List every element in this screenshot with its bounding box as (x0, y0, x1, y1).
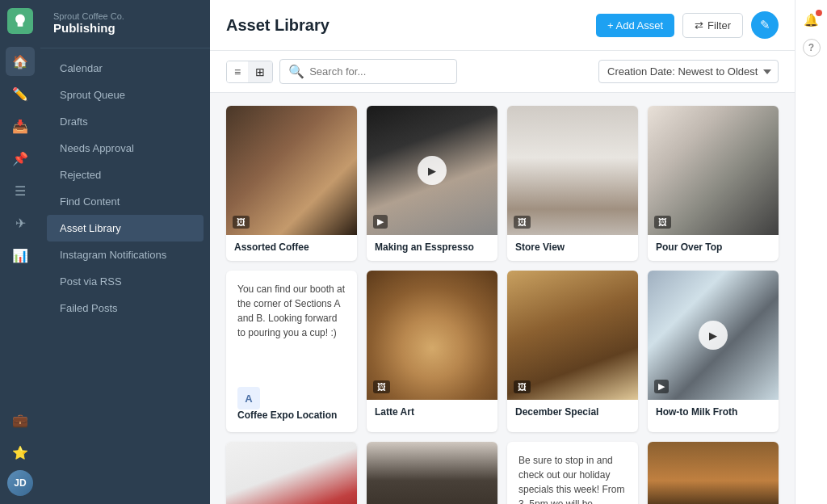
nav-icon-briefcase[interactable]: 💼 (6, 405, 35, 435)
search-icon: 🔍 (288, 64, 304, 79)
asset-type-badge: 🖼 (514, 380, 531, 393)
asset-title: Coffee Expo Location (237, 410, 346, 421)
asset-thumbnail: ▶ ▶ (367, 106, 497, 235)
asset-card-december-special[interactable]: 🖼 December Special (507, 271, 638, 432)
company-name: Sprout Coffee Co. (53, 11, 197, 21)
asset-card-coffee-expo-location[interactable]: You can find our booth at the corner of … (226, 271, 357, 432)
asset-title: Making an Esspresso (375, 242, 489, 253)
image-icon: 🖼 (237, 217, 246, 227)
nav-icon-tasks[interactable]: 📌 (6, 144, 35, 173)
header-actions: + Add Asset ⇄ Filter ✎ (596, 11, 779, 39)
page-title: Asset Library (226, 16, 330, 35)
notifications-button[interactable]: 🔔 (800, 8, 824, 32)
sidebar-item-needs-approval[interactable]: Needs Approval (47, 135, 204, 162)
sidebar-item-sprout-queue[interactable]: Sprout Queue (47, 82, 204, 108)
asset-title: Store View (515, 242, 630, 253)
sidebar-item-post-via-rss[interactable]: Post via RSS (47, 268, 204, 295)
main-header: Asset Library + Add Asset ⇄ Filter ✎ (210, 0, 795, 51)
nav-icon-send[interactable]: ✈ (6, 208, 35, 237)
asset-type-badge: 🖼 (373, 380, 390, 393)
image-icon: 🖼 (377, 382, 386, 392)
asset-thumbnail: 🖼 (226, 442, 357, 504)
video-icon: ▶ (658, 381, 665, 392)
product-name: Publishing (53, 21, 197, 35)
asset-thumbnail: ▶ ▶ (648, 271, 779, 400)
content-area: 🖼 Assorted Coffee ▶ ▶ Making an Esspress… (210, 93, 795, 504)
sidebar-item-calendar[interactable]: Calendar (47, 55, 204, 82)
asset-card-body: Assorted Coffee (226, 235, 357, 261)
sidebar-item-failed-posts[interactable]: Failed Posts (47, 295, 204, 321)
asset-card-body: Store View (507, 235, 638, 261)
sidebar-item-rejected[interactable]: Rejected (47, 162, 204, 188)
app-logo[interactable] (7, 8, 33, 34)
search-bar: 🔍 (279, 59, 457, 84)
asset-card-store-view[interactable]: 🖼 Store View (507, 106, 638, 261)
icon-sidebar: 🏠 ✏️ 📥 📌 ☰ ✈ 📊 💼 ⭐ JD (0, 0, 40, 504)
asset-thumbnail: 🖼 (507, 106, 638, 235)
asset-type-badge: ▶ (373, 215, 388, 229)
asset-type-badge: 🖼 (514, 216, 531, 229)
asset-card-pour-over-top[interactable]: 🖼 Pour Over Top (648, 106, 779, 261)
asset-card-iced-coffee[interactable]: 🖼 (648, 442, 779, 504)
asset-type-badge: ▶ (654, 380, 669, 393)
nav-items: CalendarSprout QueueDraftsNeeds Approval… (40, 48, 210, 504)
asset-title: Latte Art (375, 406, 489, 418)
sort-dropdown[interactable]: Creation Date: Newest to Oldest (598, 60, 779, 83)
asset-card-interior[interactable]: 🖼 (367, 442, 497, 504)
sidebar-item-find-content[interactable]: Find Content (47, 188, 204, 215)
nav-icon-analytics[interactable]: 📊 (6, 241, 35, 270)
asset-card-how-to-milk-froth[interactable]: ▶ ▶ How-to Milk Froth (648, 271, 779, 432)
asset-type-badge: 🖼 (654, 216, 671, 229)
nav-icon-compose[interactable]: ✏️ (6, 79, 35, 108)
asset-grid: 🖼 Assorted Coffee ▶ ▶ Making an Esspress… (226, 106, 779, 504)
sidebar-item-asset-library[interactable]: Asset Library (47, 215, 204, 242)
filter-icon: ⇄ (695, 19, 703, 32)
play-button[interactable]: ▶ (418, 156, 447, 185)
asset-card-body: Pour Over Top (648, 235, 779, 261)
asset-text-content: Be sure to stop in and check out our hol… (518, 453, 627, 504)
edit-button[interactable]: ✎ (751, 11, 779, 39)
asset-thumbnail: 🖼 (648, 442, 779, 504)
sidebar-item-drafts[interactable]: Drafts (47, 108, 204, 135)
search-input[interactable] (309, 65, 448, 78)
add-asset-button[interactable]: + Add Asset (596, 14, 674, 37)
asset-card-assorted-coffee[interactable]: 🖼 Assorted Coffee (226, 106, 357, 261)
filter-label: Filter (707, 19, 731, 32)
asset-card-making-espresso[interactable]: ▶ ▶ Making an Esspresso (367, 106, 497, 261)
nav-icon-star[interactable]: ⭐ (6, 438, 35, 467)
asset-card-body: Latte Art (367, 400, 497, 426)
right-icons-panel: 🔔 ? (795, 0, 827, 504)
list-view-button[interactable]: ≡ (227, 61, 248, 82)
toolbar-left: ≡ ⊞ 🔍 (226, 59, 457, 84)
image-icon: 🖼 (518, 382, 527, 392)
asset-card-body: Making an Esspresso (367, 235, 497, 261)
asset-thumbnail: 🖼 (507, 271, 638, 400)
asset-text-content: You can find our booth at the corner of … (237, 282, 346, 380)
asset-type-badge: 🖼 (233, 216, 250, 229)
sidebar-item-instagram-notifications[interactable]: Instagram Notifications (47, 242, 204, 268)
asset-thumbnail: 🖼 (367, 442, 497, 504)
filter-button[interactable]: ⇄ Filter (682, 13, 743, 38)
grid-view-button[interactable]: ⊞ (248, 61, 272, 82)
content-toolbar: ≡ ⊞ 🔍 Creation Date: Newest to Oldest (210, 51, 795, 93)
asset-title: Pour Over Top (656, 242, 770, 253)
image-icon: 🖼 (518, 217, 527, 227)
asset-thumbnail: 🖼 (648, 106, 779, 235)
asset-title: How-to Milk Froth (656, 406, 770, 418)
brand-area: Sprout Coffee Co. Publishing (40, 0, 210, 48)
asset-card-latte-art[interactable]: 🖼 Latte Art (367, 271, 497, 432)
nav-icon-home[interactable]: 🏠 (6, 47, 35, 76)
notification-badge (816, 10, 822, 16)
user-avatar[interactable]: JD (7, 470, 33, 496)
nav-icon-list[interactable]: ☰ (6, 176, 35, 205)
edit-icon: ✎ (760, 18, 770, 32)
help-button[interactable]: ? (803, 39, 821, 57)
asset-thumbnail: 🖼 (367, 271, 497, 400)
asset-thumbnail: 🖼 (226, 106, 357, 235)
asset-card-holiday-specials[interactable]: Be sure to stop in and check out our hol… (507, 442, 638, 504)
view-toggle: ≡ ⊞ (226, 61, 273, 83)
asset-card-red-drinks[interactable]: 🖼 (226, 442, 357, 504)
play-button[interactable]: ▶ (699, 321, 728, 350)
nav-icon-inbox[interactable]: 📥 (6, 111, 35, 141)
asset-title: Assorted Coffee (234, 242, 349, 253)
